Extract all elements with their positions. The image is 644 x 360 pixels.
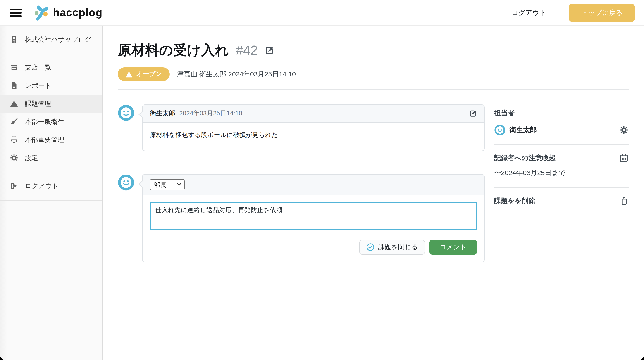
reminder-label: 記録者への注意喚起 <box>494 154 556 162</box>
issue-number: #42 <box>236 43 258 58</box>
hamburger-menu-icon[interactable] <box>10 9 22 16</box>
comment-form-card: 部長 仕入れ先に連絡し返品対応、再発防止を依頼 <box>142 174 485 262</box>
delete-issue-label: 課題をを削除 <box>494 197 535 205</box>
delete-issue-row: 課題をを削除 <box>494 196 628 206</box>
broom-icon <box>10 118 18 126</box>
top-header: haccplog ログアウト トップに戻る <box>0 0 644 26</box>
comment-timestamp: 2024年03月25日14:10 <box>179 109 242 118</box>
sidebar-divider <box>0 200 102 201</box>
sidebar-item-issues[interactable]: 課題管理 <box>0 94 102 113</box>
issue-reporter: 津嘉山 衛生太郎 <box>177 70 226 77</box>
issue-details-panel: 担当者 衛生太郎 記録者への注意喚起 <box>494 89 628 262</box>
page-title: 原材料の受け入れ <box>118 41 229 60</box>
sidebar: 株式会社ハサップログ 支店一覧 レポート <box>0 26 103 360</box>
back-to-top-button[interactable]: トップに戻る <box>569 3 635 22</box>
edit-title-icon[interactable] <box>264 46 274 55</box>
issue-created-at: 2024年03月25日14:10 <box>228 70 296 77</box>
sidebar-item-label: 本部重要管理 <box>25 135 64 144</box>
details-divider <box>494 187 628 188</box>
new-comment-form: 部長 仕入れ先に連絡し返品対応、再発防止を依頼 <box>118 174 485 262</box>
comment-card: 衛生太郎 2024年03月25日14:10 原材料を梱包する段ボールに破損が見ら… <box>142 104 485 151</box>
brand-name: haccplog <box>53 6 102 19</box>
sidebar-item-settings[interactable]: 設定 <box>0 149 102 167</box>
avatar <box>494 124 506 136</box>
sidebar-item-label: 支店一覧 <box>25 63 51 72</box>
sidebar-item-company[interactable]: 株式会社ハサップログ <box>0 26 102 53</box>
building-icon <box>10 35 18 43</box>
food-bowl-icon <box>10 136 18 144</box>
calendar-icon[interactable] <box>619 153 628 163</box>
comment-input[interactable]: 仕入れ先に連絡し返品対応、再発防止を依頼 <box>150 202 477 230</box>
warning-icon <box>125 71 132 77</box>
avatar <box>118 174 134 191</box>
edit-comment-icon[interactable] <box>469 109 477 118</box>
app-window: haccplog ログアウト トップに戻る 株式会社ハサップログ 支店一覧 <box>0 0 644 360</box>
sidebar-item-logout[interactable]: ログアウト <box>0 177 102 195</box>
comment-body: 原材料を梱包する段ボールに破損が見られた <box>142 123 484 151</box>
details-divider <box>494 144 628 145</box>
assignee-label: 担当者 <box>494 109 628 118</box>
sidebar-item-label: 本部一般衛生 <box>25 117 64 126</box>
issue-meta: 津嘉山 衛生太郎 2024年03月25日14:10 <box>177 70 296 78</box>
comment-thread: 衛生太郎 2024年03月25日14:10 原材料を梱包する段ボールに破損が見ら… <box>118 89 485 262</box>
report-icon <box>10 81 18 89</box>
warning-icon <box>10 99 18 108</box>
assignee-name: 衛生太郎 <box>510 126 537 134</box>
comment-form-header: 部長 <box>142 175 484 195</box>
close-issue-label: 課題を閉じる <box>378 243 418 252</box>
sidebar-item-label: レポート <box>25 81 52 90</box>
sidebar-item-general-hygiene[interactable]: 本部一般衛生 <box>0 113 102 131</box>
comment-item: 衛生太郎 2024年03月25日14:10 原材料を梱包する段ボールに破損が見ら… <box>118 104 485 151</box>
reminder-row: 記録者への注意喚起 <box>494 153 628 163</box>
comment-form-actions: 課題を閉じる コメント <box>150 240 477 255</box>
submit-comment-button[interactable]: コメント <box>429 240 477 255</box>
status-badge-label: オープン <box>136 70 162 78</box>
sidebar-item-label: ログアウト <box>25 182 58 190</box>
comment-header: 衛生太郎 2024年03月25日14:10 <box>142 105 484 123</box>
header-logout-link[interactable]: ログアウト <box>512 8 546 17</box>
issue-meta-row: オープン 津嘉山 衛生太郎 2024年03月25日14:10 <box>118 67 628 81</box>
sidebar-nav: 支店一覧 レポート 課題管理 <box>0 53 102 201</box>
main-content: 原材料の受け入れ #42 オープン 津嘉山 衛生太郎 2024年03月25日14… <box>103 26 644 360</box>
avatar <box>118 104 134 121</box>
sidebar-item-label: 設定 <box>25 154 38 162</box>
close-issue-button[interactable]: 課題を閉じる <box>359 240 425 255</box>
sign-out-icon <box>10 182 18 190</box>
assignee-row: 衛生太郎 <box>494 124 628 136</box>
status-badge: オープン <box>118 67 170 81</box>
gear-icon <box>10 154 18 162</box>
sidebar-item-label: 課題管理 <box>25 99 51 108</box>
sidebar-item-critical-control[interactable]: 本部重要管理 <box>0 131 102 149</box>
storefront-icon <box>10 63 18 71</box>
company-name: 株式会社ハサップログ <box>25 35 92 44</box>
trash-icon[interactable] <box>620 196 628 206</box>
issue-title-row: 原材料の受け入れ #42 <box>118 41 628 60</box>
sidebar-item-branches[interactable]: 支店一覧 <box>0 58 102 76</box>
sidebar-item-reports[interactable]: レポート <box>0 76 102 94</box>
role-select[interactable]: 部長 <box>150 179 185 190</box>
check-circle-icon <box>366 243 374 252</box>
reminder-deadline: 〜2024年03月25日まで <box>494 169 628 177</box>
sidebar-divider <box>0 172 102 172</box>
brand-logo[interactable]: haccplog <box>34 4 102 21</box>
comment-author: 衛生太郎 <box>150 109 175 118</box>
assignee-settings-gear-icon[interactable] <box>619 125 628 135</box>
haccplog-logo-icon <box>34 4 50 21</box>
comment-form-body: 仕入れ先に連絡し返品対応、再発防止を依頼 課題を閉じる コメント <box>142 195 484 262</box>
